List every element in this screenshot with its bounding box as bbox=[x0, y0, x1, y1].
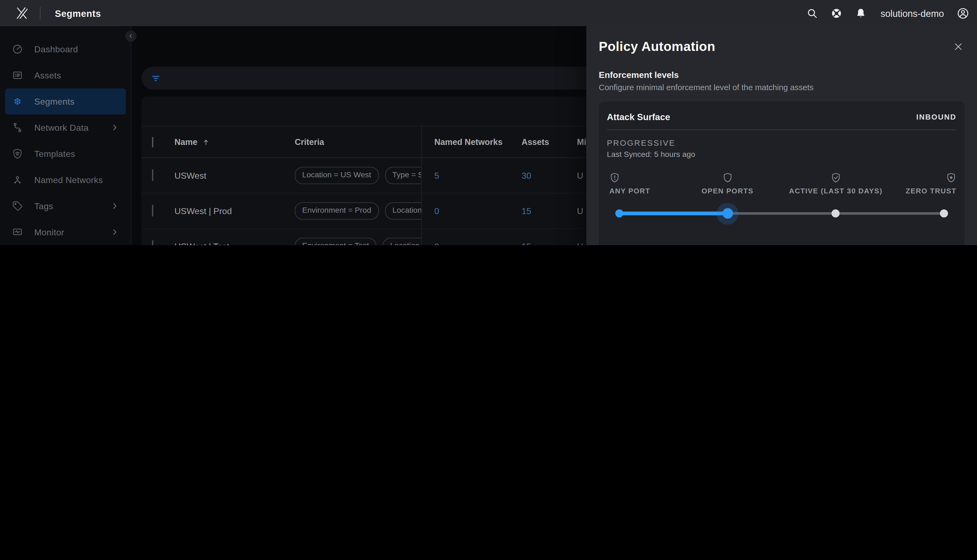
named-networks-count-link[interactable]: 0 bbox=[434, 206, 522, 216]
card-title: Attack Surface bbox=[607, 112, 670, 122]
card-divider bbox=[607, 129, 956, 130]
slider-handle-halo bbox=[717, 203, 738, 225]
nodes-icon bbox=[12, 174, 23, 185]
criteria-chip: Location = US bbox=[383, 238, 421, 245]
stop-label: ANY PORT bbox=[609, 187, 650, 195]
close-icon[interactable] bbox=[953, 42, 964, 52]
named-networks-count-link[interactable]: 5 bbox=[434, 170, 522, 181]
panel-header: Policy Automation bbox=[599, 39, 965, 54]
stop-open-ports: OPEN PORTS bbox=[702, 172, 754, 195]
user-name[interactable]: solutions-demo bbox=[880, 8, 944, 18]
column-header-criteria[interactable]: Criteria bbox=[295, 137, 434, 147]
sidebar-nav: Dashboard Assets Segments Network Data T… bbox=[0, 26, 131, 245]
sidebar-item-label: Tags bbox=[34, 201, 53, 211]
segment-name: USWest | Test bbox=[174, 241, 295, 245]
sidebar-item-monitor[interactable]: Monitor bbox=[5, 219, 125, 245]
criteria-chip: Location = US West bbox=[295, 167, 379, 184]
column-header-assets[interactable]: Assets bbox=[522, 137, 577, 147]
criteria-chip: Location = US bbox=[385, 202, 421, 220]
section-description: Configure minimal enforcement level of t… bbox=[599, 83, 965, 92]
shield-icon bbox=[722, 172, 733, 183]
network-data-icon bbox=[12, 122, 23, 133]
assets-icon bbox=[12, 70, 23, 81]
chevron-right-icon bbox=[110, 123, 119, 132]
slider-track-fill bbox=[619, 212, 728, 215]
sidebar-item-label: Named Networks bbox=[34, 175, 103, 185]
account-icon[interactable] bbox=[957, 7, 970, 20]
row-checkbox[interactable] bbox=[152, 240, 154, 245]
chevron-left-icon bbox=[128, 33, 134, 39]
stop-any-port: ANY PORT bbox=[609, 172, 650, 195]
sidebar-item-label: Templates bbox=[34, 149, 75, 159]
criteria-chips: Environment = Test Location = US bbox=[295, 238, 421, 245]
select-all-checkbox[interactable] bbox=[152, 137, 154, 147]
sidebar-item-templates[interactable]: Templates bbox=[5, 140, 125, 167]
sidebar: Dashboard Assets Segments Network Data T… bbox=[0, 26, 131, 245]
sidebar-item-network-data[interactable]: Network Data bbox=[5, 114, 125, 140]
search-icon[interactable] bbox=[806, 7, 818, 19]
sidebar-item-named-networks[interactable]: Named Networks bbox=[5, 167, 125, 193]
assets-count-link[interactable]: 15 bbox=[522, 241, 577, 245]
attack-surface-card: Attack Surface INBOUND PROGRESSIVE Last … bbox=[599, 101, 965, 245]
slider-handle[interactable] bbox=[722, 208, 733, 219]
panel-content: Policy Automation Enforcement levels Con… bbox=[586, 26, 977, 245]
sidebar-item-label: Dashboard bbox=[34, 44, 78, 54]
sidebar-item-label: Network Data bbox=[34, 123, 89, 133]
sidebar-item-dashboard[interactable]: Dashboard bbox=[5, 36, 125, 62]
assets-count-link[interactable]: 30 bbox=[522, 170, 577, 181]
column-header-named-networks[interactable]: Named Networks bbox=[434, 137, 522, 147]
stop-label: ACTIVE (LAST 30 DAYS) bbox=[789, 187, 883, 195]
chevron-right-icon bbox=[110, 228, 119, 237]
criteria-chips: Environment = Prod Location = US bbox=[295, 202, 421, 220]
slider-stop-dot[interactable] bbox=[940, 210, 948, 218]
shield-lines-icon bbox=[12, 148, 23, 159]
sort-ascending-icon[interactable] bbox=[202, 138, 210, 146]
shield-check-icon bbox=[831, 172, 841, 183]
stop-label: OPEN PORTS bbox=[702, 187, 754, 195]
topbar-divider bbox=[40, 7, 40, 19]
stop-zero-trust: ZERO TRUST bbox=[905, 172, 956, 195]
help-lifebuoy-icon[interactable] bbox=[831, 7, 843, 19]
slider-stop-dot[interactable] bbox=[832, 210, 840, 218]
sidebar-item-segments[interactable]: Segments bbox=[5, 88, 125, 114]
card-header: Attack Surface INBOUND bbox=[607, 112, 956, 122]
slider-track[interactable] bbox=[619, 212, 944, 215]
mode-label: PROGRESSIVE bbox=[607, 138, 956, 147]
topbar-actions: solutions-demo bbox=[806, 7, 977, 20]
policy-automation-panel: Policy Automation Enforcement levels Con… bbox=[586, 26, 977, 245]
stop-label: ZERO TRUST bbox=[905, 187, 956, 195]
monitor-icon bbox=[12, 227, 23, 238]
slider-stop-dot[interactable] bbox=[615, 210, 624, 218]
sidebar-item-assets[interactable]: Assets bbox=[5, 62, 125, 88]
attack-surface-slider[interactable] bbox=[619, 204, 944, 223]
filter-icon[interactable] bbox=[151, 73, 161, 83]
criteria-chips: Location = US West Type = Server bbox=[295, 167, 421, 184]
segments-icon bbox=[12, 96, 23, 107]
zero-networks-logo-icon[interactable] bbox=[13, 5, 28, 21]
assets-count-link[interactable]: 15 bbox=[522, 206, 577, 216]
sidebar-item-label: Monitor bbox=[34, 227, 64, 237]
sidebar-collapse-button[interactable] bbox=[125, 30, 136, 42]
gauge-icon bbox=[12, 43, 23, 55]
notifications-bell-icon[interactable] bbox=[855, 7, 867, 19]
row-checkbox[interactable] bbox=[152, 205, 154, 217]
criteria-chip: Environment = Prod bbox=[295, 202, 379, 220]
last-synced: Last Synced: 5 hours ago bbox=[607, 150, 956, 159]
shield-exclamation-icon bbox=[609, 172, 620, 183]
shield-star-icon bbox=[946, 172, 957, 183]
direction-badge: INBOUND bbox=[916, 112, 956, 121]
sidebar-item-label: Segments bbox=[34, 97, 75, 107]
named-networks-count-link[interactable]: 0 bbox=[434, 241, 522, 245]
row-checkbox[interactable] bbox=[152, 169, 154, 181]
segment-name: USWest | Prod bbox=[174, 206, 295, 216]
sidebar-item-label: Assets bbox=[34, 70, 61, 80]
criteria-chip: Type = Server bbox=[385, 167, 422, 184]
stop-active-30-days: ACTIVE (LAST 30 DAYS) bbox=[789, 172, 883, 195]
column-header-name[interactable]: Name bbox=[174, 137, 295, 147]
attack-surface-stops: ANY PORT OPEN PORTS ACTIVE (LAST 30 DAYS… bbox=[607, 172, 956, 195]
top-bar: Segments solutions-demo bbox=[0, 0, 977, 26]
chevron-right-icon bbox=[110, 202, 119, 210]
panel-title: Policy Automation bbox=[599, 39, 715, 54]
sidebar-item-tags[interactable]: Tags bbox=[5, 193, 125, 219]
tag-icon bbox=[12, 200, 23, 212]
